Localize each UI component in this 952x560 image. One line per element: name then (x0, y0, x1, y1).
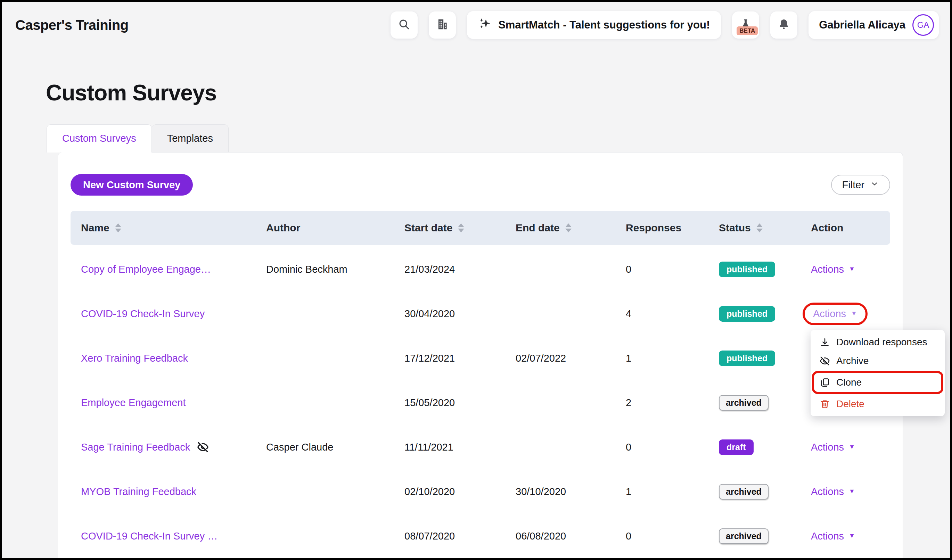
app-window: Casper's Training SmartMatch - Talent su… (0, 0, 952, 560)
start-date-cell: 02/10/2020 (394, 486, 505, 497)
status-badge: draft (719, 440, 754, 455)
top-bar-actions: SmartMatch - Talent suggestions for you!… (391, 11, 939, 39)
table-row: COVID-19 Check-In Survey … 08/07/2020 06… (71, 514, 890, 558)
annotation-ellipse: Actions▼ (811, 486, 855, 497)
responses-cell: 4 (615, 308, 708, 319)
sparkle-icon (478, 17, 492, 33)
name-cell: MYOB Training Feedback (71, 486, 256, 497)
column-header-end-date[interactable]: End date (505, 222, 615, 234)
table-row: Xero Training Feedback 17/12/2021 02/07/… (71, 336, 890, 380)
author-cell: Dominic Beckham (256, 264, 394, 275)
filter-label: Filter (842, 179, 864, 191)
survey-name-link[interactable]: Copy of Employee Engage… (81, 264, 211, 275)
column-header-label: Start date (405, 222, 452, 234)
end-date-cell: 02/07/2022 (505, 353, 615, 364)
column-header-name[interactable]: Name (71, 222, 256, 234)
filter-button[interactable]: Filter (831, 175, 890, 195)
menu-item-delete[interactable]: Delete (811, 395, 945, 413)
column-header-label: Status (719, 222, 751, 234)
table-row: Copy of Employee Engage… Dominic Beckham… (71, 247, 890, 292)
status-badge: published (719, 262, 775, 277)
eye-off-icon (820, 356, 830, 366)
survey-name-link[interactable]: Employee Engagement (81, 397, 185, 409)
actions-button[interactable]: Actions▼ (811, 531, 855, 542)
annotation-ellipse: Actions▼ (811, 441, 855, 453)
company-switcher-button[interactable] (429, 11, 456, 39)
menu-item-download-responses[interactable]: Download responses (811, 333, 945, 352)
start-date-cell: 30/04/2020 (394, 308, 505, 319)
search-button[interactable] (391, 11, 417, 39)
smartmatch-label: SmartMatch - Talent suggestions for you! (498, 19, 710, 31)
table-header: Name Author Start date End date Response… (71, 211, 890, 245)
user-name: Gabriella Alicaya (819, 19, 906, 31)
status-cell: archived (708, 395, 801, 410)
search-icon (397, 18, 411, 32)
start-date-cell: 15/05/2020 (394, 397, 505, 409)
actions-button[interactable]: Actions▼ (813, 308, 857, 319)
table-row: Employee Engagement 15/05/2020 2 archive… (71, 380, 890, 425)
column-header-start-date[interactable]: Start date (394, 222, 505, 234)
actions-button[interactable]: Actions▼ (811, 441, 855, 453)
status-cell: archived (708, 484, 801, 500)
responses-cell: 1 (615, 353, 708, 364)
actions-button[interactable]: Actions▼ (811, 486, 855, 497)
company-building-icon (436, 18, 449, 32)
status-badge: published (719, 306, 775, 322)
end-date-cell: 30/10/2020 (505, 486, 615, 497)
status-cell: published (708, 306, 801, 322)
responses-cell: 0 (615, 264, 708, 275)
action-cell: Actions▼ (801, 264, 890, 275)
menu-item-label: Archive (836, 355, 869, 367)
column-header-author[interactable]: Author (256, 222, 394, 234)
sort-icon[interactable] (115, 224, 121, 232)
trash-icon (820, 399, 830, 409)
caret-down-icon: ▼ (849, 532, 855, 540)
tab-bar: Custom Surveys Templates (46, 124, 950, 153)
smartmatch-button[interactable]: SmartMatch - Talent suggestions for you! (467, 11, 721, 39)
name-cell: Employee Engagement (71, 397, 256, 409)
survey-name-link[interactable]: MYOB Training Feedback (81, 486, 196, 497)
menu-item-archive[interactable]: Archive (811, 352, 945, 370)
column-header-responses[interactable]: Responses (615, 222, 708, 234)
avatar: GA (912, 14, 934, 36)
actions-label: Actions (813, 308, 846, 319)
surveys-card: New Custom Survey Filter Name Author Sta… (58, 152, 903, 560)
sort-icon[interactable] (565, 224, 572, 232)
survey-name-link[interactable]: Sage Training Feedback (81, 441, 190, 453)
sort-icon[interactable] (756, 224, 763, 232)
column-header-action[interactable]: Action (801, 222, 890, 234)
app-title: Casper's Training (15, 17, 128, 33)
notifications-button[interactable] (770, 11, 797, 39)
status-badge: archived (719, 528, 768, 544)
annotation-ellipse: Actions▼ (803, 302, 868, 325)
beta-badge: BETA (737, 26, 758, 35)
actions-button[interactable]: Actions▼ (811, 264, 855, 275)
survey-name-link[interactable]: COVID-19 Check-In Survey … (81, 531, 218, 542)
sort-icon[interactable] (458, 224, 464, 232)
actions-label: Actions (811, 441, 844, 453)
new-custom-survey-button[interactable]: New Custom Survey (71, 174, 193, 196)
download-icon (820, 337, 830, 347)
survey-name-link[interactable]: COVID-19 Check-In Survey (81, 308, 205, 319)
menu-item-clone[interactable]: Clone (812, 371, 943, 394)
start-date-cell: 21/03/2024 (394, 264, 505, 275)
notifications-bell-icon (777, 18, 790, 32)
menu-item-label: Clone (836, 377, 862, 388)
menu-item-label: Delete (836, 398, 864, 410)
column-header-status[interactable]: Status (708, 222, 801, 234)
labs-button[interactable]: BETA (732, 11, 759, 39)
table-row: MYOB Training Feedback 02/10/2020 30/10/… (71, 469, 890, 514)
survey-name-link[interactable]: Xero Training Feedback (81, 353, 188, 364)
column-header-label: Name (81, 222, 110, 234)
caret-down-icon: ▼ (849, 443, 855, 450)
tab-templates[interactable]: Templates (152, 124, 229, 152)
page-title: Custom Surveys (46, 80, 950, 106)
card-toolbar: New Custom Survey Filter (71, 174, 890, 196)
actions-dropdown-menu: Download responses Archive Clone Delete (811, 330, 945, 416)
column-header-label: Author (266, 222, 300, 234)
caret-down-icon: ▼ (849, 488, 855, 495)
user-menu-button[interactable]: Gabriella Alicaya GA (808, 11, 939, 39)
tab-custom-surveys[interactable]: Custom Surveys (46, 124, 152, 153)
start-date-cell: 08/07/2020 (394, 531, 505, 542)
responses-cell: 0 (615, 441, 708, 453)
